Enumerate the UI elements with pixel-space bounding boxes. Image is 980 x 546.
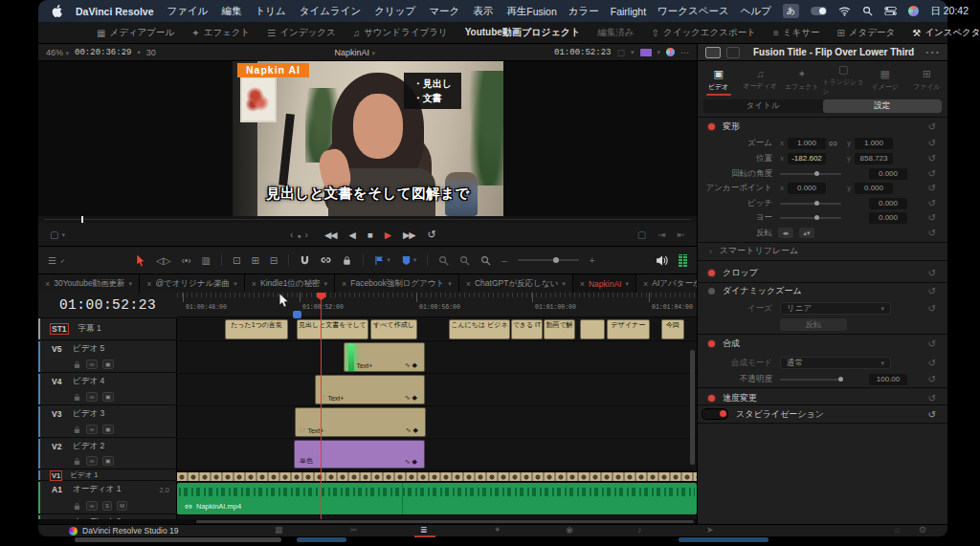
- jog-control[interactable]: ‹●›: [290, 229, 312, 240]
- timeline-tab-active[interactable]: ×NapkinAI▾: [573, 274, 636, 293]
- auto-select-icon[interactable]: ◃▹: [86, 501, 98, 511]
- track-lock-icon[interactable]: [73, 457, 81, 466]
- track-lock-icon[interactable]: [73, 393, 81, 402]
- timeline-tab[interactable]: ×Kindle1位の秘密▾: [245, 274, 335, 293]
- subtab-title[interactable]: タイトル: [703, 99, 823, 113]
- chevron-down-icon[interactable]: ▾: [631, 49, 635, 56]
- text-plus-clip[interactable]: ∷Text+ ∿◆: [295, 407, 426, 437]
- dynamic-zoom-section-header[interactable]: ダイナミックズーム ↺: [698, 283, 947, 298]
- menu-help[interactable]: ヘルプ: [741, 5, 771, 18]
- anchor-y-field[interactable]: 0.000: [855, 183, 893, 194]
- goto-in-icon[interactable]: ⇤: [678, 229, 685, 240]
- wifi-icon[interactable]: [838, 7, 851, 16]
- page-fusion-icon[interactable]: ✦: [494, 525, 501, 535]
- dynamic-trim-tool[interactable]: ‹•›: [181, 255, 190, 266]
- chevron-down-icon[interactable]: ▾: [657, 49, 661, 56]
- insert-clip-button[interactable]: ⊡: [233, 255, 240, 266]
- tab-file[interactable]: ⊞ファイル: [906, 61, 948, 98]
- chevron-down-icon[interactable]: ▾: [61, 231, 65, 239]
- subtitle-clip[interactable]: デザイナー: [607, 319, 650, 339]
- video-frame[interactable]: Napkin AI ・見出し ・文書 見出しと文書をそして図解まで: [233, 61, 503, 216]
- menu-timeline[interactable]: タイムライン: [300, 5, 361, 18]
- solo-button[interactable]: S: [102, 501, 112, 511]
- track-header-st1[interactable]: ST1 字幕 1: [38, 318, 177, 340]
- reset-icon[interactable]: ↺: [928, 374, 936, 384]
- reset-icon[interactable]: ↺: [928, 358, 936, 368]
- stop-button[interactable]: ■: [368, 229, 372, 240]
- track-enable-icon[interactable]: ▣: [102, 392, 114, 402]
- video-clip-filmstrip[interactable]: [177, 471, 697, 482]
- reset-icon[interactable]: ↺: [928, 393, 936, 404]
- track-header-v5[interactable]: V5ビデオ 5 ◃▹▣: [38, 341, 177, 373]
- zoom-x-field[interactable]: 1.000: [788, 138, 826, 149]
- timeline-zoom-slider[interactable]: [518, 259, 579, 261]
- crop-section-header[interactable]: クロップ ↺: [698, 265, 947, 280]
- audio-clip[interactable]: NapkinAI.mp4: [177, 483, 697, 514]
- marker-button[interactable]: ▾: [401, 255, 417, 266]
- menu-playback[interactable]: 再生: [506, 5, 526, 18]
- reset-icon[interactable]: ↺: [928, 228, 936, 238]
- tab-effects[interactable]: ✦エフェクト: [781, 61, 823, 98]
- fit-zoom-icon[interactable]: [459, 255, 470, 266]
- overwrite-clip-button[interactable]: ⊞: [251, 255, 258, 266]
- zoom-out-icon[interactable]: ‒: [501, 255, 507, 266]
- custom-zoom-icon[interactable]: [438, 255, 449, 266]
- yaw-field[interactable]: 0.000: [869, 212, 907, 224]
- page-media-icon[interactable]: ▦: [275, 525, 283, 535]
- track-enable-icon[interactable]: ▣: [102, 425, 114, 434]
- clip-inspector-icon[interactable]: [705, 47, 721, 58]
- flip-vertical-button[interactable]: ▴▾: [799, 228, 814, 238]
- timeline-inspector-icon[interactable]: [726, 47, 740, 58]
- menu-clip[interactable]: クリップ: [374, 5, 415, 18]
- page-cut-icon[interactable]: ✂: [350, 525, 358, 535]
- text-plus-clip[interactable]: ∷Text+ ∿◆: [344, 342, 425, 372]
- detail-zoom-icon[interactable]: [480, 255, 491, 266]
- project-title[interactable]: Youtube動画プロジェクト: [465, 26, 581, 39]
- solid-color-clip[interactable]: 単色 ∿◆: [294, 440, 425, 469]
- timeline-tab[interactable]: ×@でオリジナル楽曲▾: [140, 274, 245, 293]
- reset-icon[interactable]: ↺: [928, 198, 936, 208]
- rotation-slider[interactable]: [780, 173, 841, 175]
- page-edit-icon[interactable]: ≣: [420, 525, 428, 535]
- reset-icon[interactable]: ↺: [928, 286, 936, 296]
- toggle-icon[interactable]: [811, 7, 827, 15]
- subtitle-clip[interactable]: すべて作成し: [370, 319, 417, 339]
- track-enable-icon[interactable]: ▣: [102, 456, 114, 466]
- reset-icon[interactable]: ↺: [928, 168, 936, 179]
- media-pool-button[interactable]: ▦メディアプール: [97, 27, 174, 39]
- menu-fairlight[interactable]: Fairlight: [611, 6, 646, 17]
- index-button[interactable]: ☰インデックス: [267, 27, 335, 39]
- apple-icon[interactable]: [52, 5, 62, 17]
- tab-transition[interactable]: ▢トランジション: [823, 61, 865, 98]
- track-header-a1[interactable]: A1オーディオ 12.0 ◃▹SM: [38, 482, 177, 514]
- viewer-options-icon[interactable]: ⋯: [680, 48, 689, 57]
- dynamic-zoom-flip-button[interactable]: 反転: [780, 318, 847, 331]
- timeline-marker[interactable]: [293, 311, 301, 318]
- menu-fusion[interactable]: Fusion: [526, 6, 557, 17]
- siri-icon[interactable]: [908, 6, 919, 16]
- reset-icon[interactable]: ↺: [928, 212, 936, 223]
- reset-icon[interactable]: ↺: [928, 303, 936, 314]
- text-plus-clip[interactable]: ∷Text+ ∿◆: [315, 375, 425, 404]
- section-enable-led[interactable]: [708, 340, 715, 347]
- auto-select-icon[interactable]: ◃▹: [86, 456, 98, 466]
- track-header-v4[interactable]: V4ビデオ 4 ◃▹▣: [38, 374, 177, 405]
- timeline-tab[interactable]: ×AIアバターが喋る: [636, 274, 697, 293]
- menu-file[interactable]: ファイル: [167, 5, 209, 18]
- menu-view[interactable]: 表示: [473, 5, 493, 18]
- stabilization-section-header[interactable]: スタビライゼーション ↺: [698, 406, 947, 422]
- rotation-field[interactable]: 0.000: [869, 168, 907, 180]
- viewer-zoom-select[interactable]: 46% ▾: [46, 48, 69, 57]
- reset-icon[interactable]: ↺: [928, 153, 936, 164]
- subtitle-clip[interactable]: 見出しと文書をそして: [297, 319, 368, 339]
- subtitle-clip[interactable]: できる IT: [511, 319, 543, 339]
- tab-video[interactable]: ▣ビデオ: [698, 61, 740, 98]
- pitch-field[interactable]: 0.000: [869, 198, 907, 209]
- position-y-field[interactable]: 858.723: [855, 153, 893, 164]
- subtitle-clip[interactable]: 動画で解: [544, 319, 575, 339]
- subtitle-clip[interactable]: [580, 319, 605, 339]
- audio-monitor-icon[interactable]: [656, 254, 668, 267]
- input-method-icon[interactable]: あ: [783, 4, 799, 18]
- reset-icon[interactable]: ↺: [928, 339, 936, 349]
- quick-export-button[interactable]: ⇧クイックエクスポート: [652, 27, 756, 39]
